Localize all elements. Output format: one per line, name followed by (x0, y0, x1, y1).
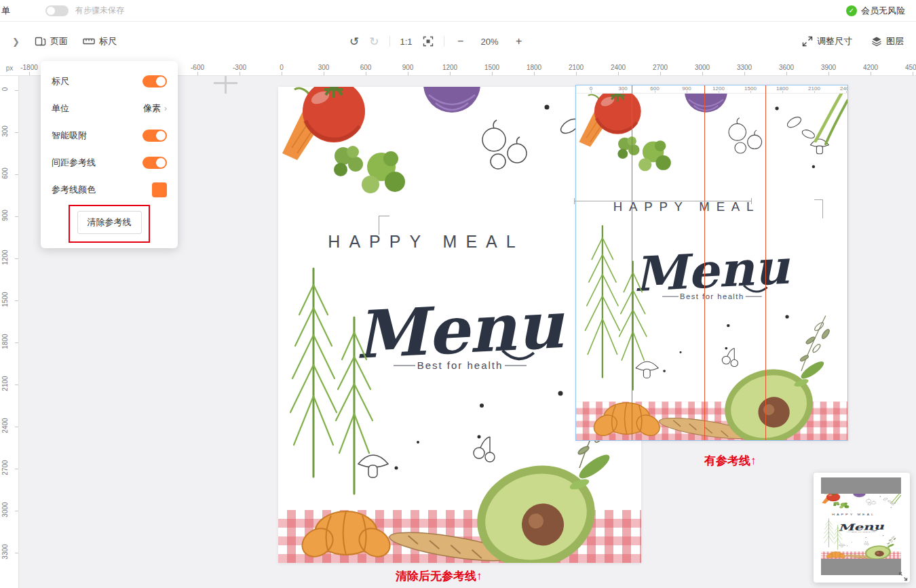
ruler-tick-label: 900 (402, 64, 414, 71)
snap-setting-row: 智能吸附 (41, 122, 178, 149)
ruler-tick-mark (655, 91, 655, 93)
poster-script-text[interactable]: Menu (837, 521, 885, 533)
ruler-tick-label: 4500 (905, 64, 916, 71)
poster-heading-text[interactable]: HAPPY MEAL (832, 513, 875, 516)
layers-button-label: 图层 (886, 35, 904, 47)
unit-value-text: 像素 (143, 102, 161, 115)
ruler-button[interactable]: 标尺 (83, 35, 117, 47)
ruler-tick-mark (782, 91, 783, 93)
ruler-tick-label: -1800 (20, 64, 38, 71)
ruler-tick-mark (719, 91, 719, 93)
snap-setting-label: 智能吸附 (52, 130, 87, 142)
snap-toggle[interactable] (142, 130, 167, 142)
ruler-tick-label: 300 (318, 64, 330, 71)
document-title[interactable]: 单 (1, 5, 10, 17)
ruler-tick-label: -600 (191, 64, 204, 71)
chevron-right-icon: › (164, 104, 167, 113)
autosave-toggle[interactable] (45, 5, 69, 16)
ruler-tick-mark (828, 72, 829, 75)
zoom-out-button[interactable]: − (455, 35, 467, 47)
spacing-toggle[interactable] (142, 157, 167, 169)
navigator-poster-thumb: HAPPY MEAL Menu Best for health (821, 494, 901, 559)
ruler-tick-mark (15, 342, 18, 343)
poster-tagline-text[interactable]: Best for health (680, 292, 744, 300)
ruler-tick-mark (15, 90, 18, 91)
ruler-toggle[interactable] (142, 75, 167, 87)
expand-panel-icon[interactable]: ❯ (12, 37, 20, 47)
ruler-tick-mark (15, 132, 18, 133)
poster-heading-text[interactable]: HAPPY MEAL (328, 232, 524, 251)
ruler-tick-mark (15, 385, 18, 385)
ruler-tick-mark (744, 72, 745, 75)
ruler-tick-mark (660, 72, 661, 75)
ruler-tick-mark (450, 72, 451, 75)
ruler-tick-label: 2400 (611, 64, 626, 71)
ruler-tick-mark (687, 91, 687, 93)
guide-color-label: 参考线颜色 (52, 184, 96, 196)
ratio-button[interactable]: 1:1 (400, 37, 413, 47)
expand-navigator-icon[interactable] (898, 572, 908, 581)
fit-screen-icon[interactable] (423, 36, 434, 47)
resize-button-label: 调整尺寸 (817, 35, 852, 47)
ruler-tick-label: 3300 (737, 64, 752, 71)
ruler-tick-mark (15, 300, 18, 301)
ruler-unit-label: px (0, 61, 19, 76)
member-status[interactable]: ✓ 会员无风险 (846, 5, 905, 17)
poster-tagline-text[interactable]: Best for health (417, 359, 503, 371)
ruler-tick-mark (197, 72, 198, 75)
unit-value-select[interactable]: 像素 › (143, 102, 167, 115)
member-label: 会员无风险 (861, 5, 905, 17)
toggle-knob (156, 131, 166, 140)
navigator-panel[interactable]: HAPPY MEAL Menu Best for health (814, 473, 910, 583)
ruler-tick-mark (913, 72, 913, 75)
ruler-tick-mark (15, 258, 18, 259)
text-cursor-mark (379, 216, 389, 235)
clear-guides-button[interactable]: 清除参考线 (77, 211, 142, 234)
navigator-thumbnail[interactable]: HAPPY MEAL Menu Best for health (821, 477, 901, 575)
guided-poster[interactable]: HAPPY MEAL Menu Best for health (575, 85, 848, 441)
page-icon (35, 36, 46, 47)
ruler-tick-mark (240, 72, 240, 75)
zoom-in-button[interactable]: + (513, 35, 525, 47)
toggle-knob (47, 7, 55, 15)
ruler-tick-label: 1200 (1, 244, 9, 271)
ruler-tick-mark (29, 72, 30, 75)
zoom-level[interactable]: 20% (477, 37, 503, 47)
unit-setting-row[interactable]: 单位 像素 › (41, 95, 178, 122)
ruler-tick-label: 2400 (1, 412, 9, 439)
poster-heading-text[interactable]: HAPPY MEAL (613, 199, 760, 214)
ruler-setting-label: 标尺 (52, 75, 69, 87)
clear-guides-row: 清除参考线 (41, 203, 178, 241)
ruler-tick-mark (15, 511, 18, 511)
poster-artwork[interactable]: HAPPY MEAL Menu Best for health (576, 94, 847, 440)
layers-button[interactable]: 图层 (871, 35, 904, 47)
ruler-tick-label: 900 (1, 202, 9, 229)
toolbar-divider (389, 36, 390, 47)
layers-icon (871, 36, 882, 47)
guide-color-swatch[interactable] (152, 182, 167, 197)
autosave-status-label: 有步骤未保存 (75, 5, 124, 16)
ruler-tick-label: 1800 (527, 64, 541, 71)
ruler-tick-mark (408, 72, 408, 75)
poster-artwork[interactable]: HAPPY MEAL Menu Best for health (821, 494, 901, 559)
ruler-tick-label: 3000 (1, 496, 9, 524)
hidden-element-handle (214, 82, 237, 84)
guided-poster-art: HAPPY MEAL Menu Best for health (576, 94, 847, 440)
ruler-tick-mark (15, 469, 18, 469)
resize-button[interactable]: 调整尺寸 (802, 35, 852, 47)
v-ruler[interactable]: 0300600900120015001800210024002700300033… (0, 76, 19, 588)
poster-script-group: Menu (837, 521, 885, 533)
ruler-tick-mark (591, 91, 592, 93)
redo-button[interactable]: ↻ (369, 35, 379, 49)
toggle-knob (156, 77, 166, 86)
page-button[interactable]: 页面 (35, 35, 68, 47)
ruler-tick-label: -300 (233, 64, 246, 71)
toolbar-right-group: 调整尺寸 图层 (802, 22, 904, 61)
ruler-tick-label: 4200 (863, 64, 878, 71)
undo-button[interactable]: ↺ (349, 35, 359, 49)
ruler-tick-mark (15, 427, 18, 427)
ruler-tick-mark (324, 72, 324, 75)
toolbar-left-group: ❯ 页面 标尺 (12, 22, 117, 61)
ruler-tick-mark (702, 72, 703, 75)
ruler-tick-label: 1500 (484, 64, 499, 71)
